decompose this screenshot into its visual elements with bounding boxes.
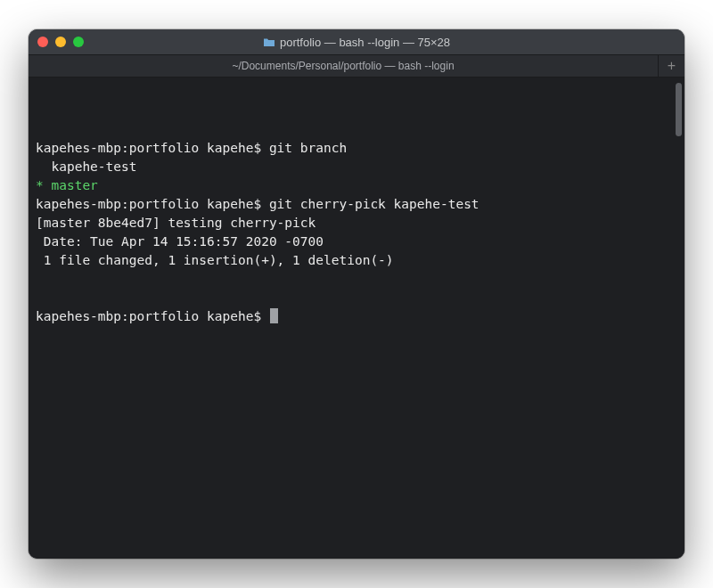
terminal-line: kapehes-mbp:portfolio kapehe$ git cherry… — [36, 195, 677, 214]
folder-icon — [263, 37, 275, 47]
tab-label: ~/Documents/Personal/portfolio — bash --… — [232, 60, 454, 72]
window-controls — [37, 37, 84, 47]
maximize-button[interactable] — [73, 37, 84, 47]
cursor — [270, 308, 278, 323]
scrollbar-thumb[interactable] — [676, 83, 682, 136]
minimize-button[interactable] — [55, 37, 66, 47]
terminal-line: * master — [36, 176, 677, 195]
window-title: portfolio — bash --login — 75×28 — [29, 36, 684, 49]
prompt-text: kapehes-mbp:portfolio kapehe$ — [36, 309, 269, 323]
close-button[interactable] — [37, 37, 48, 47]
tab-active[interactable]: ~/Documents/Personal/portfolio — bash --… — [29, 55, 658, 77]
new-tab-button[interactable]: + — [658, 55, 684, 77]
plus-icon: + — [668, 58, 676, 74]
terminal-body[interactable]: kapehes-mbp:portfolio kapehe$ git branch… — [29, 78, 684, 559]
terminal-line: kapehes-mbp:portfolio kapehe$ git branch — [36, 139, 677, 158]
terminal-output: kapehes-mbp:portfolio kapehe$ git branch… — [36, 139, 677, 270]
terminal-line: kapehe-test — [36, 158, 677, 176]
prompt-line: kapehes-mbp:portfolio kapehe$ — [36, 307, 677, 326]
terminal-line: [master 8be4ed7] testing cherry-pick — [36, 214, 677, 233]
window-title-text: portfolio — bash --login — 75×28 — [280, 36, 450, 49]
terminal-line: Date: Tue Apr 14 15:16:57 2020 -0700 — [36, 233, 677, 251]
terminal-line: 1 file changed, 1 insertion(+), 1 deleti… — [36, 251, 677, 270]
terminal-window: portfolio — bash --login — 75×28 ~/Docum… — [29, 29, 684, 559]
titlebar: portfolio — bash --login — 75×28 — [29, 29, 684, 54]
tabbar: ~/Documents/Personal/portfolio — bash --… — [29, 54, 684, 78]
